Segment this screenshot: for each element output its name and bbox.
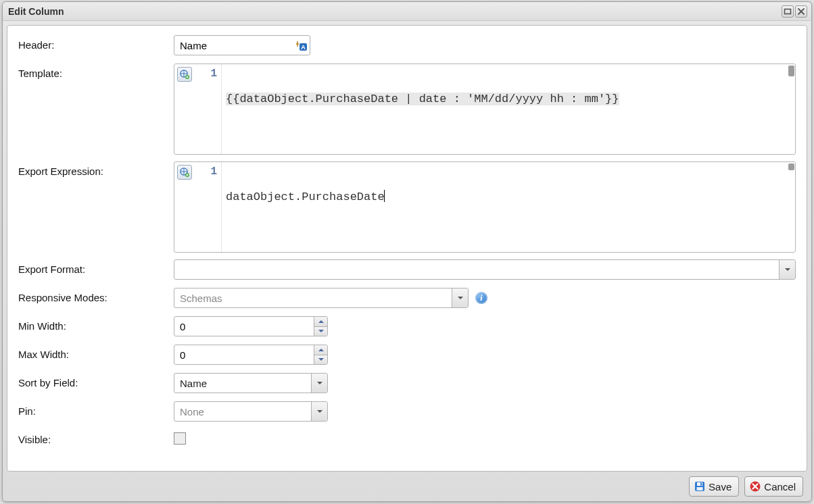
scrollbar-thumb[interactable]	[788, 66, 794, 76]
chevron-up-icon	[318, 320, 325, 324]
spin-down-button[interactable]	[314, 355, 327, 365]
export-expression-gutter: 1	[174, 162, 222, 252]
visible-label: Visible:	[18, 430, 174, 445]
edit-column-dialog: Edit Column Header: A Template:	[2, 1, 812, 502]
chevron-down-icon	[318, 329, 325, 333]
save-button-label: Save	[709, 481, 732, 493]
sort-by-field-select[interactable]: Name	[174, 373, 328, 393]
insert-field-button[interactable]	[177, 165, 192, 180]
globe-plus-icon	[180, 70, 189, 79]
export-expression-label: Export Expression:	[18, 161, 174, 177]
export-format-label: Export Format:	[18, 259, 174, 275]
sort-by-field-value: Name	[174, 378, 311, 389]
export-expression-line-number: 1	[210, 166, 217, 178]
dropdown-button[interactable]	[311, 402, 327, 421]
localize-icon[interactable]: A	[295, 39, 308, 52]
export-expression-editor[interactable]: 1 dataObject.PurchaseDate	[174, 161, 796, 253]
header-label: Header:	[18, 35, 174, 51]
close-button[interactable]	[795, 5, 807, 18]
chevron-down-icon	[457, 295, 464, 301]
insert-field-button[interactable]	[177, 67, 192, 82]
dialog-footer: Save Cancel	[3, 472, 811, 501]
chevron-down-icon	[316, 380, 323, 386]
export-expression-code-text: dataObject.PurchaseDate	[226, 191, 385, 203]
min-width-label: Min Width:	[18, 316, 174, 332]
export-format-select[interactable]	[174, 259, 796, 280]
spin-up-button[interactable]	[314, 345, 327, 355]
template-line-number: 1	[210, 68, 217, 80]
maximize-button[interactable]	[782, 5, 794, 18]
template-editor[interactable]: 1 {{dataObject.PurchaseDate | date : 'MM…	[174, 64, 796, 155]
maximize-icon	[784, 7, 792, 16]
svg-rect-11	[697, 487, 703, 490]
template-code-area[interactable]: {{dataObject.PurchaseDate | date : 'MM/d…	[222, 64, 795, 154]
min-width-spinner[interactable]	[174, 316, 328, 336]
text-caret	[384, 190, 385, 202]
responsive-modes-placeholder: Schemas	[174, 293, 452, 304]
dialog-title: Edit Column	[7, 6, 780, 17]
info-icon[interactable]: i	[475, 292, 487, 304]
chevron-down-icon	[316, 408, 323, 415]
save-button[interactable]: Save	[689, 476, 739, 497]
dropdown-button[interactable]	[452, 288, 468, 307]
chevron-up-icon	[318, 348, 325, 352]
spin-up-button[interactable]	[314, 317, 327, 327]
template-gutter: 1	[174, 64, 222, 154]
pin-select[interactable]: None	[174, 401, 328, 422]
header-input[interactable]	[174, 35, 310, 55]
max-width-label: Max Width:	[18, 345, 174, 360]
cancel-button-label: Cancel	[764, 481, 796, 493]
cancel-button[interactable]: Cancel	[744, 476, 803, 497]
spin-down-button[interactable]	[314, 327, 327, 336]
svg-rect-10	[700, 483, 702, 486]
titlebar: Edit Column	[3, 2, 811, 21]
responsive-modes-select[interactable]: Schemas	[174, 288, 469, 308]
dialog-body: Header: A Template: 1	[7, 25, 807, 472]
export-expression-code-area[interactable]: dataObject.PurchaseDate	[222, 162, 795, 252]
pin-value: None	[174, 406, 311, 418]
min-width-input[interactable]	[174, 317, 314, 336]
close-icon	[797, 7, 805, 16]
dropdown-button[interactable]	[311, 374, 327, 393]
save-icon	[694, 480, 706, 493]
chevron-down-icon	[784, 266, 791, 273]
chevron-down-icon	[318, 357, 325, 361]
template-label: Template:	[18, 64, 174, 79]
scrollbar-thumb[interactable]	[788, 163, 794, 170]
svg-text:A: A	[301, 44, 306, 51]
cancel-icon	[749, 480, 761, 493]
pin-label: Pin:	[18, 401, 174, 417]
template-code-text: {{dataObject.PurchaseDate | date : 'MM/d…	[226, 93, 619, 105]
svg-rect-3	[297, 44, 298, 47]
responsive-modes-label: Responsive Modes:	[18, 288, 174, 303]
max-width-spinner[interactable]	[174, 345, 328, 365]
max-width-input[interactable]	[174, 345, 314, 364]
visible-checkbox[interactable]	[174, 432, 186, 445]
dropdown-button[interactable]	[779, 260, 795, 279]
svg-rect-0	[785, 9, 791, 14]
sort-by-field-label: Sort by Field:	[18, 373, 174, 388]
globe-plus-icon	[180, 168, 189, 177]
